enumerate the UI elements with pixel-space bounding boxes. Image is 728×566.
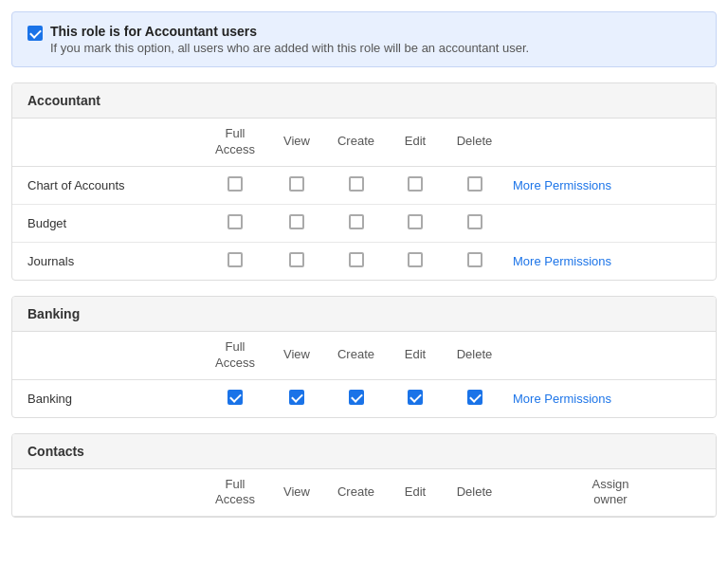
edit-cell (387, 242, 444, 280)
banking-col-full-access: FullAccess (202, 332, 268, 379)
more-permissions-link (505, 204, 716, 242)
view-checkbox[interactable] (289, 176, 304, 192)
delete-cell (444, 242, 505, 280)
accountant-col-label (12, 119, 202, 166)
view-cell (268, 379, 325, 417)
full-access-checkbox[interactable] (228, 214, 243, 229)
delete-checkbox[interactable] (467, 252, 482, 267)
banking-table: FullAccess View Create Edit Delete Banki… (12, 332, 716, 417)
contacts-col-view: View (268, 469, 325, 517)
accountant-col-create: Create (325, 119, 387, 166)
full-access-checkbox[interactable] (228, 176, 243, 192)
banner-text: This role is for Accountant users If you… (50, 24, 529, 55)
create-checkbox[interactable] (349, 176, 364, 192)
view-checkbox[interactable] (289, 390, 304, 405)
banking-col-edit: Edit (387, 332, 444, 379)
banking-col-more (505, 332, 716, 379)
accountant-header-row: FullAccess View Create Edit Delete (12, 119, 716, 166)
more-permissions-link[interactable]: More Permissions (505, 166, 716, 204)
table-row: Banking More Permissions (12, 379, 716, 417)
delete-checkbox[interactable] (467, 390, 482, 405)
contacts-col-create: Create (325, 469, 387, 517)
create-checkbox[interactable] (349, 252, 364, 267)
contacts-section: Contacts FullAccess View Create Edit Del… (11, 433, 717, 519)
accountant-checkbox[interactable] (27, 26, 43, 41)
table-row: Budget (12, 204, 716, 242)
edit-checkbox[interactable] (408, 214, 423, 229)
edit-checkbox[interactable] (408, 390, 423, 405)
view-cell (268, 204, 325, 242)
row-label: Chart of Accounts (12, 166, 202, 204)
accountant-section: Accountant FullAccess View Create Edit D… (11, 82, 717, 281)
accountant-section-header: Accountant (12, 83, 716, 119)
row-label: Banking (12, 379, 202, 417)
more-permissions-link[interactable]: More Permissions (505, 242, 716, 280)
edit-cell (387, 379, 444, 417)
view-cell (268, 242, 325, 280)
accountant-col-delete: Delete (444, 119, 505, 166)
view-checkbox[interactable] (289, 252, 304, 267)
edit-cell (387, 166, 444, 204)
banner-title: This role is for Accountant users (50, 24, 529, 39)
accountant-col-more (505, 119, 716, 166)
banner-subtitle: If you mark this option, all users who a… (50, 41, 529, 55)
contacts-col-assign-owner: Assignowner (505, 469, 716, 517)
contacts-section-header: Contacts (12, 434, 716, 469)
banking-col-label (12, 332, 202, 379)
banking-section-header: Banking (12, 297, 716, 332)
view-checkbox[interactable] (289, 214, 304, 229)
delete-checkbox[interactable] (467, 176, 482, 192)
accountant-col-view: View (268, 119, 325, 166)
table-row: Chart of Accounts More Permissions (12, 166, 716, 204)
edit-checkbox[interactable] (408, 176, 423, 192)
contacts-col-full-access: FullAccess (202, 469, 268, 517)
view-cell (268, 166, 325, 204)
banking-col-create: Create (325, 332, 387, 379)
accountant-col-full-access: FullAccess (202, 119, 268, 166)
delete-cell (444, 379, 505, 417)
banking-col-delete: Delete (444, 332, 505, 379)
full-access-cell (202, 166, 268, 204)
contacts-header-row: FullAccess View Create Edit Delete Assig… (12, 469, 716, 517)
create-cell (325, 204, 387, 242)
edit-checkbox[interactable] (408, 252, 423, 267)
accountant-table: FullAccess View Create Edit Delete Chart… (12, 119, 716, 280)
edit-cell (387, 204, 444, 242)
create-cell (325, 242, 387, 280)
full-access-cell (202, 242, 268, 280)
accountant-col-edit: Edit (387, 119, 444, 166)
delete-cell (444, 166, 505, 204)
contacts-table: FullAccess View Create Edit Delete Assig… (12, 469, 716, 518)
table-row: Journals More Permissions (12, 242, 716, 280)
row-label: Budget (12, 204, 202, 242)
more-permissions-link[interactable]: More Permissions (505, 379, 716, 417)
create-checkbox[interactable] (349, 214, 364, 229)
row-label: Journals (12, 242, 202, 280)
delete-cell (444, 204, 505, 242)
banking-section: Banking FullAccess View Create Edit Dele… (11, 296, 717, 418)
full-access-cell (202, 204, 268, 242)
accountant-banner: This role is for Accountant users If you… (11, 11, 717, 67)
banking-header-row: FullAccess View Create Edit Delete (12, 332, 716, 379)
full-access-cell (202, 379, 268, 417)
full-access-checkbox[interactable] (228, 252, 243, 267)
banking-col-view: View (268, 332, 325, 379)
full-access-checkbox[interactable] (228, 390, 243, 405)
delete-checkbox[interactable] (467, 214, 482, 229)
create-cell (325, 166, 387, 204)
create-cell (325, 379, 387, 417)
contacts-col-label (12, 469, 202, 517)
contacts-col-delete: Delete (444, 469, 505, 517)
create-checkbox[interactable] (349, 390, 364, 405)
contacts-col-edit: Edit (387, 469, 444, 517)
